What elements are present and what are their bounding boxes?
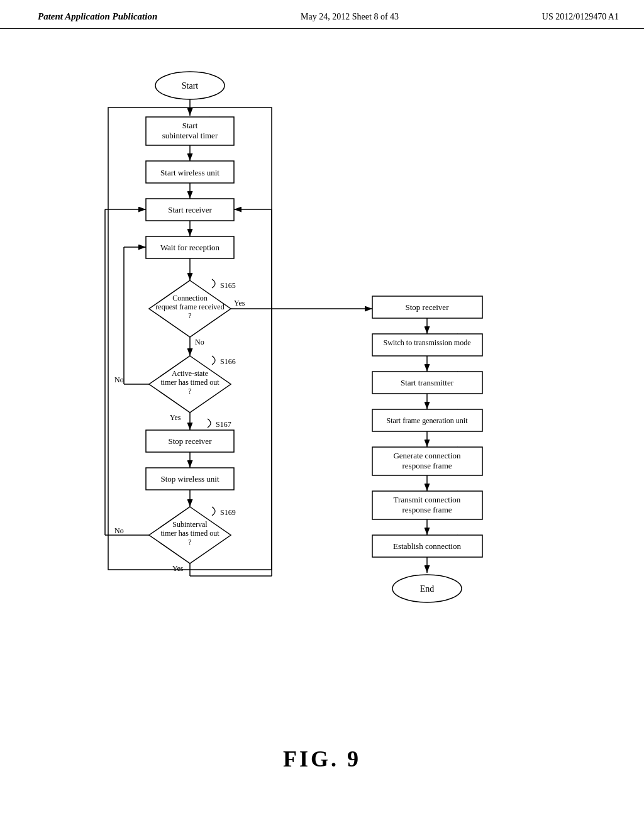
svg-text:timer has timed out: timer has timed out xyxy=(161,378,220,387)
svg-text:S169: S169 xyxy=(220,508,236,517)
svg-text:No: No xyxy=(114,375,124,384)
svg-text:Yes: Yes xyxy=(234,299,245,307)
flowchart-container: Start S161 Start subinterval timer S162 … xyxy=(25,60,619,721)
svg-text:Generate connection: Generate connection xyxy=(393,451,461,460)
svg-text:timer has timed out: timer has timed out xyxy=(161,529,220,538)
header-publication: Patent Application Publication xyxy=(38,11,157,22)
main-content: Start S161 Start subinterval timer S162 … xyxy=(0,29,644,804)
flowchart-svg: Start S161 Start subinterval timer S162 … xyxy=(64,60,580,721)
svg-text:?: ? xyxy=(188,387,191,396)
svg-text:S167: S167 xyxy=(216,420,231,429)
svg-text:Yes: Yes xyxy=(172,564,184,573)
svg-text:Start frame generation unit: Start frame generation unit xyxy=(387,416,469,425)
figure-label: FIG. 9 xyxy=(25,746,619,772)
svg-text:No: No xyxy=(114,526,124,535)
svg-text:Switch to transmission mode: Switch to transmission mode xyxy=(384,338,471,347)
svg-text:Establish connection: Establish connection xyxy=(393,541,461,551)
svg-text:Stop wireless unit: Stop wireless unit xyxy=(160,474,219,484)
svg-text:subinterval timer: subinterval timer xyxy=(162,131,218,140)
svg-text:Wait for reception: Wait for reception xyxy=(160,243,220,252)
svg-text:Start transmitter: Start transmitter xyxy=(401,378,454,387)
header-patent-number: US 2012/0129470 A1 xyxy=(542,12,619,22)
svg-text:Stop receiver: Stop receiver xyxy=(169,436,213,446)
svg-text:Transmit connection: Transmit connection xyxy=(394,495,461,504)
svg-text:Start: Start xyxy=(182,121,198,130)
svg-text:Start receiver: Start receiver xyxy=(168,205,212,214)
svg-text:Subinterval: Subinterval xyxy=(172,520,208,529)
svg-text:Start wireless unit: Start wireless unit xyxy=(160,168,219,177)
svg-text:Active-state: Active-state xyxy=(172,369,208,378)
svg-text:S166: S166 xyxy=(220,357,236,366)
page-header: Patent Application Publication May 24, 2… xyxy=(0,0,644,29)
svg-text:Start: Start xyxy=(182,81,199,91)
svg-text:request frame received: request frame received xyxy=(155,302,224,311)
svg-text:?: ? xyxy=(188,311,191,320)
svg-text:No: No xyxy=(195,338,204,346)
header-date-sheet: May 24, 2012 Sheet 8 of 43 xyxy=(301,12,399,22)
svg-text:End: End xyxy=(420,584,435,594)
svg-text:Connection: Connection xyxy=(172,294,207,302)
svg-text:S165: S165 xyxy=(220,281,236,290)
svg-text:Yes: Yes xyxy=(170,413,181,422)
svg-text:Stop receiver: Stop receiver xyxy=(406,302,450,312)
svg-text:response frame: response frame xyxy=(402,461,452,470)
svg-text:response frame: response frame xyxy=(402,505,452,514)
svg-text:?: ? xyxy=(188,538,191,546)
